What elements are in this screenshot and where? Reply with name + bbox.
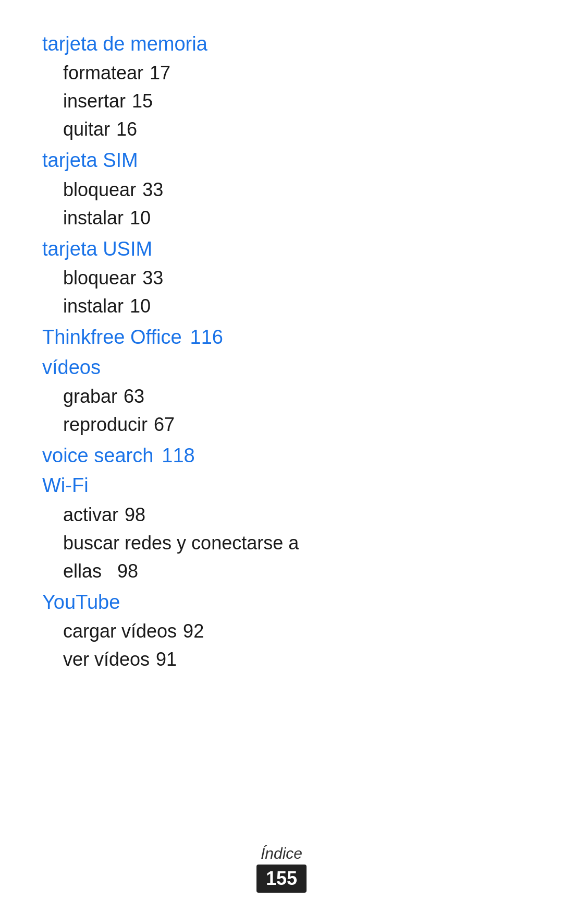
heading-tarjeta-de-memoria: tarjeta de memoria — [42, 31, 521, 57]
subitem-instalar-sim: instalar10 — [42, 204, 521, 232]
heading-videos: vídeos — [42, 355, 521, 380]
footer-label: Índice — [261, 845, 302, 862]
page-footer: Índice 155 — [0, 845, 563, 893]
heading-voice-search: voice search118 — [42, 443, 521, 469]
subitem-activar: activar98 — [42, 501, 521, 529]
subitem-buscar-redes: buscar redes y conectarse aellas 98 — [42, 529, 521, 585]
subitem-ver-videos: ver vídeos91 — [42, 645, 521, 674]
heading-thinkfree-office: Thinkfree Office116 — [42, 325, 521, 350]
page-content: tarjeta de memoria formatear17 insertar1… — [0, 0, 563, 719]
subitem-insertar: insertar15 — [42, 87, 521, 115]
subitem-bloquear-usim: bloquear33 — [42, 264, 521, 292]
subitem-quitar: quitar16 — [42, 115, 521, 143]
heading-tarjeta-sim: tarjeta SIM — [42, 148, 521, 173]
section-tarjeta-usim: tarjeta USIM bloquear33 instalar10 — [42, 236, 521, 320]
section-tarjeta-sim: tarjeta SIM bloquear33 instalar10 — [42, 148, 521, 232]
section-voice-search: voice search118 — [42, 443, 521, 469]
subitem-bloquear-sim: bloquear33 — [42, 176, 521, 204]
subitem-grabar: grabar63 — [42, 382, 521, 411]
section-videos: vídeos grabar63 reproducir67 — [42, 355, 521, 439]
section-youtube: YouTube cargar vídeos92 ver vídeos91 — [42, 590, 521, 674]
section-tarjeta-de-memoria: tarjeta de memoria formatear17 insertar1… — [42, 31, 521, 143]
subitem-cargar-videos: cargar vídeos92 — [42, 617, 521, 645]
footer-page-number: 155 — [256, 865, 307, 893]
section-wifi: Wi-Fi activar98 buscar redes y conectars… — [42, 473, 521, 585]
subitem-reproducir: reproducir67 — [42, 411, 521, 439]
subitem-formatear: formatear17 — [42, 59, 521, 87]
heading-wifi: Wi-Fi — [42, 473, 521, 498]
heading-youtube: YouTube — [42, 590, 521, 615]
heading-tarjeta-usim: tarjeta USIM — [42, 236, 521, 262]
section-thinkfree-office: Thinkfree Office116 — [42, 325, 521, 350]
subitem-instalar-usim: instalar10 — [42, 292, 521, 320]
